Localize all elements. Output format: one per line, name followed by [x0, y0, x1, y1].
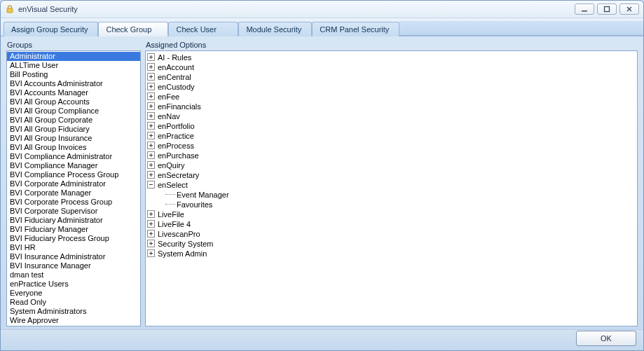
list-item[interactable]: Bill Posting — [7, 70, 140, 79]
expand-icon[interactable] — [147, 102, 155, 110]
list-item[interactable]: BVI All Group Compliance — [7, 106, 140, 116]
tree-node-label: enCustody — [158, 82, 195, 92]
assigned-options-tree[interactable]: AI - RulesenAccountenCentralenCustodyenF… — [145, 50, 638, 326]
tree-node[interactable]: enQuiry — [147, 160, 637, 170]
expand-icon[interactable] — [147, 83, 155, 90]
tree-child-node[interactable]: Favourites — [147, 200, 637, 209]
expand-icon[interactable] — [147, 220, 155, 228]
expand-icon[interactable] — [147, 171, 155, 179]
tree-node-label: enProcess — [158, 141, 194, 151]
tree-node[interactable]: enProcess — [147, 141, 637, 151]
expand-icon[interactable] — [147, 161, 155, 169]
list-item[interactable]: System Administrators — [7, 307, 140, 316]
tree-node-label: enCentral — [158, 72, 191, 82]
tree-node[interactable]: LiveFile 4 — [147, 219, 637, 229]
list-item[interactable]: BVI HR — [7, 243, 140, 252]
tab-crm-panel-security[interactable]: CRM Panel Security — [312, 22, 399, 36]
groups-listbox[interactable]: AdministratorALLTime UserBill PostingBVI… — [6, 50, 141, 326]
list-item[interactable]: Read Only — [7, 298, 140, 307]
expand-icon[interactable] — [147, 151, 155, 159]
window-controls — [575, 4, 639, 15]
list-item[interactable]: BVI Compliance Manager — [7, 161, 140, 170]
minimize-button[interactable] — [575, 4, 594, 15]
expand-icon[interactable] — [147, 240, 155, 247]
expand-icon[interactable] — [147, 142, 155, 149]
collapse-icon[interactable] — [147, 181, 155, 188]
expand-icon[interactable] — [147, 63, 155, 71]
list-item[interactable]: BVI Fiduciary Manager — [7, 225, 140, 234]
tree-node[interactable]: enCustody — [147, 82, 637, 92]
list-item[interactable]: BVI Corporate Administrator — [7, 179, 140, 188]
main-body: Groups AdministratorALLTime UserBill Pos… — [1, 36, 643, 329]
ok-button[interactable]: OK — [576, 331, 636, 346]
list-item[interactable]: BVI Compliance Administrator — [7, 152, 140, 161]
list-item[interactable]: BVI Accounts Manager — [7, 88, 140, 97]
list-item[interactable]: ALLTime User — [7, 61, 140, 70]
tree-node[interactable]: enFinancials — [147, 102, 637, 111]
expand-icon[interactable] — [147, 249, 155, 257]
expand-icon[interactable] — [147, 112, 155, 120]
list-item[interactable]: BVI All Group Accounts — [7, 97, 140, 106]
tree-child-node[interactable]: Event Manager — [147, 190, 637, 200]
list-item[interactable]: BVI All Group Corporate — [7, 116, 140, 125]
tab-module-security[interactable]: Module Security — [238, 22, 312, 36]
list-item[interactable]: BVI Corporate Supervisor — [7, 207, 140, 216]
tab-assign-group-security[interactable]: Assign Group Security — [4, 22, 98, 36]
tree-node-label: enAccount — [158, 62, 194, 72]
tree-node[interactable]: enSelect — [147, 180, 637, 190]
expand-icon[interactable] — [147, 210, 155, 218]
footer: OK — [1, 329, 643, 350]
maximize-button[interactable] — [597, 4, 617, 15]
list-item[interactable]: BVI Insurance Administrator — [7, 252, 140, 261]
list-item[interactable]: Wire Approver — [7, 316, 140, 325]
list-item[interactable]: BVI All Group Insurance — [7, 134, 140, 143]
list-item[interactable]: BVI Corporate Manager — [7, 188, 140, 198]
expand-icon[interactable] — [147, 132, 155, 139]
tree-node[interactable]: AI - Rules — [147, 53, 637, 62]
svg-rect-2 — [605, 6, 610, 11]
tree-node-label: enPortfolio — [158, 121, 195, 131]
list-item[interactable]: BVI Corporate Process Group — [7, 198, 140, 207]
list-item[interactable]: BVI Insurance Manager — [7, 261, 140, 270]
groups-panel: Groups AdministratorALLTime UserBill Pos… — [6, 41, 141, 326]
list-item[interactable]: BVI All Group Invoices — [7, 143, 140, 152]
tree-node[interactable]: enFee — [147, 92, 637, 102]
window-title: enVisual Security — [18, 5, 78, 13]
expand-icon[interactable] — [147, 92, 155, 100]
tree-node[interactable]: enPurchase — [147, 151, 637, 160]
list-item[interactable]: Administrator — [7, 52, 140, 61]
list-item[interactable]: BVI Fiduciary Process Group — [7, 234, 140, 243]
tree-node-label: enSecretary — [158, 170, 199, 180]
expand-icon[interactable] — [147, 73, 155, 81]
tree-node[interactable]: LivescanPro — [147, 229, 637, 239]
tree-node[interactable]: enAccount — [147, 62, 637, 72]
tree-node[interactable]: Security System — [147, 239, 637, 249]
list-item[interactable]: BVI Compliance Process Group — [7, 170, 140, 179]
expand-icon[interactable] — [147, 122, 155, 130]
list-item[interactable]: BVI Fiduciary Administrator — [7, 216, 140, 225]
list-item[interactable]: BVI All Group Fiduciary — [7, 125, 140, 134]
tab-strip: Assign Group SecurityCheck GroupCheck Us… — [1, 18, 643, 36]
tree-node[interactable]: System Admin — [147, 249, 637, 259]
tree-node[interactable]: enPortfolio — [147, 121, 637, 131]
tree-node[interactable]: enSecretary — [147, 170, 637, 180]
tree-node[interactable]: enCentral — [147, 72, 637, 82]
tree-node[interactable]: enPractice — [147, 131, 637, 141]
list-item[interactable]: dman test — [7, 270, 140, 280]
tab-check-group[interactable]: Check Group — [98, 22, 168, 36]
tree-node-label: enFee — [158, 92, 179, 102]
tab-check-user[interactable]: Check User — [168, 22, 238, 36]
tree-node-label: LivescanPro — [158, 229, 200, 239]
tree-node[interactable]: enNav — [147, 111, 637, 121]
tree-node[interactable]: LiveFile — [147, 209, 637, 219]
list-item[interactable]: BVI Accounts Administrator — [7, 79, 140, 88]
tree-node-label: enSelect — [158, 180, 188, 190]
expand-icon[interactable] — [147, 53, 155, 61]
close-button[interactable] — [619, 4, 639, 15]
expand-icon[interactable] — [147, 230, 155, 238]
list-item[interactable]: Everyone — [7, 289, 140, 298]
tree-node-label: Event Manager — [177, 190, 229, 200]
list-item[interactable]: enPractice Users — [7, 280, 140, 289]
assigned-options-panel: Assigned Options AI - RulesenAccountenCe… — [145, 41, 638, 326]
tree-node-label: enQuiry — [158, 160, 185, 170]
